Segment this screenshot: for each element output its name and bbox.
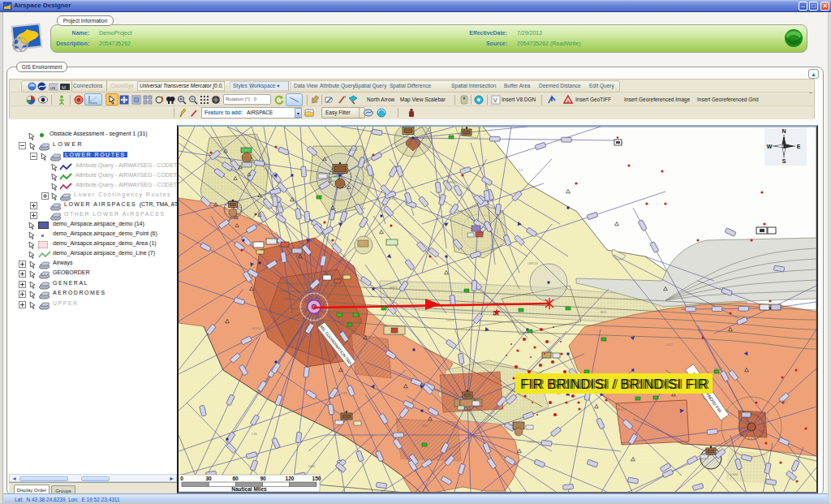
- svg-text:N: N: [781, 128, 786, 134]
- svg-text:Nautical Miles: Nautical Miles: [231, 486, 267, 492]
- svg-text:L617: L617: [665, 342, 674, 347]
- svg-text:UM601: UM601: [446, 180, 458, 184]
- svg-text:V: V: [493, 97, 497, 103]
- svg-text:B34: B34: [300, 269, 307, 274]
- svg-text:M872: M872: [390, 286, 398, 290]
- svg-text:M: M: [62, 85, 66, 90]
- svg-text:UL617: UL617: [617, 407, 627, 411]
- svg-text:0: 0: [180, 476, 183, 481]
- svg-text:S: S: [782, 158, 786, 164]
- svg-text:UM726: UM726: [527, 261, 539, 265]
- svg-text:L46: L46: [252, 432, 257, 436]
- svg-text:120: 120: [286, 476, 295, 481]
- svg-text:60: 60: [232, 476, 239, 481]
- svg-text:L613: L613: [446, 318, 454, 322]
- svg-text:L615: L615: [227, 168, 235, 172]
- svg-text:E: E: [797, 144, 801, 149]
- svg-text:150: 150: [312, 476, 321, 481]
- svg-text:M726: M726: [349, 148, 358, 152]
- svg-text:UB5: UB5: [341, 391, 348, 395]
- svg-text:L5: L5: [519, 168, 523, 172]
- svg-text:FIR BRINDISI / BRINDISI FIR: FIR BRINDISI / BRINDISI FIR: [523, 377, 710, 391]
- svg-text:90: 90: [260, 476, 266, 481]
- svg-text:B21: B21: [601, 310, 607, 314]
- svg-text:M87: M87: [422, 424, 429, 428]
- svg-text:UL995: UL995: [276, 205, 286, 209]
- svg-text:W: W: [767, 144, 773, 149]
- svg-text:UL334: UL334: [252, 326, 262, 330]
- svg-text:L612: L612: [390, 196, 398, 200]
- svg-text:L334: L334: [730, 472, 738, 476]
- svg-text:L995: L995: [527, 440, 536, 444]
- svg-text:us: us: [50, 85, 55, 90]
- svg-text:UM5: UM5: [308, 464, 316, 468]
- svg-text:30: 30: [205, 476, 212, 481]
